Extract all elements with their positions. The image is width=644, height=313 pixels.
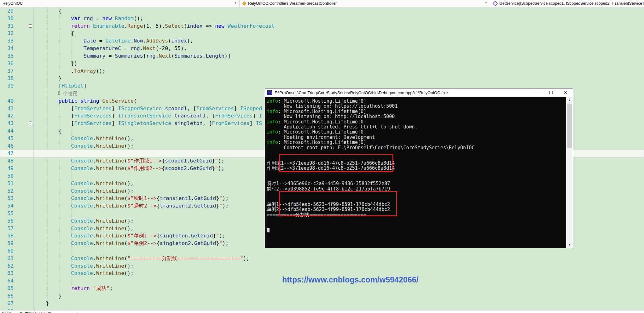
fold-gutter xyxy=(16,52,33,60)
code-line[interactable]: 61 Console.WriteLine("==========分割线=====… xyxy=(0,255,644,262)
line-number: 43 xyxy=(0,120,16,127)
code-line[interactable]: 65 return "成功"; xyxy=(0,285,644,292)
member-dropdown[interactable]: GetService(IScopedService scoped1, IScop… xyxy=(490,0,644,7)
code-line[interactable]: 32 { xyxy=(0,30,644,37)
chevron-down-icon[interactable]: ▾ xyxy=(235,1,236,4)
code-text: Console.WriteLine("==========分割线========… xyxy=(33,255,644,262)
console-title: F:\ProOnself\CoreTring\CoreStudySeries\R… xyxy=(275,90,529,95)
code-line[interactable]: 67 } xyxy=(0,300,644,307)
code-line[interactable]: 30 var rng = new Random(); xyxy=(0,15,644,22)
maximize-button[interactable]: ☐ xyxy=(544,88,558,97)
code-line[interactable]: 36 }) xyxy=(0,60,644,67)
fold-gutter xyxy=(16,90,33,97)
code-line[interactable]: 34 TemperatureC = rng.Next(-20, 55), xyxy=(0,45,644,52)
code-line[interactable]: 31− return Enumerable.Range(1, 5).Select… xyxy=(0,22,644,30)
fold-gutter xyxy=(16,97,33,105)
fold-toggle-icon[interactable]: − xyxy=(29,122,32,125)
code-text: .ToArray(); xyxy=(33,67,644,75)
fold-gutter xyxy=(16,225,33,232)
code-text: Summary = Summaries[rng.Next(Summaries.L… xyxy=(33,52,644,60)
fold-gutter xyxy=(16,300,33,307)
fold-gutter xyxy=(16,82,33,90)
fold-gutter xyxy=(16,172,33,180)
scrollbar-thumb[interactable] xyxy=(567,104,572,148)
line-number: 65 xyxy=(0,285,16,292)
console-line: Hosting environment: Development xyxy=(267,135,566,140)
member-dropdown-label: GetService(IScopedService scoped1, IScop… xyxy=(499,1,644,6)
blog-link[interactable]: https://www.cnblogs.com/w5942066/ xyxy=(282,275,419,284)
line-number: 53 xyxy=(0,195,16,202)
console-line xyxy=(267,176,566,181)
annotation-box-singleton xyxy=(279,191,397,216)
code-text: TemperatureC = rng.Next(-20, 55), xyxy=(33,45,644,52)
fold-gutter xyxy=(16,277,33,285)
fold-gutter xyxy=(16,285,33,292)
line-number: 31 xyxy=(0,22,16,30)
check-icon: ✓ xyxy=(75,311,78,313)
code-line[interactable]: 62 Console.WriteLine(); xyxy=(0,262,644,270)
console-scrollbar[interactable]: ▲ ▼ xyxy=(566,97,573,248)
fold-gutter xyxy=(16,60,33,67)
code-line[interactable]: 29 { xyxy=(0,7,644,15)
code-text: { xyxy=(33,30,644,37)
fold-gutter xyxy=(16,210,33,217)
code-text: return Enumerable.Range(1, 5).Select(ind… xyxy=(33,22,644,30)
console-line xyxy=(267,222,566,227)
line-number: 38 xyxy=(0,75,16,82)
code-text: } xyxy=(33,75,644,82)
fold-toggle-icon[interactable]: − xyxy=(29,24,32,28)
code-line[interactable]: 60 xyxy=(0,247,644,255)
fold-gutter: − xyxy=(16,120,33,127)
code-text: } xyxy=(33,292,644,300)
fold-gutter xyxy=(16,75,33,82)
line-number: 36 xyxy=(0,60,16,67)
project-dropdown-label: RelyOnIOC xyxy=(3,1,23,6)
fold-gutter xyxy=(16,150,33,157)
code-line[interactable]: 37 .ToArray(); xyxy=(0,67,644,75)
codelens-references[interactable]: 0 个引用 xyxy=(33,91,78,96)
type-dropdown[interactable]: RelyOnIOC.Controllers.WeatherForecastCon… xyxy=(240,0,490,7)
console-line: info: Microsoft.Hosting.Lifetime[0] xyxy=(267,140,566,145)
scroll-down-icon[interactable]: ▼ xyxy=(566,242,573,248)
line-number: 35 xyxy=(0,52,16,60)
line-number: 56 xyxy=(0,217,16,225)
status-strip: 100 % 未找到相关问题 ✓ xyxy=(0,310,644,313)
fold-gutter xyxy=(16,67,33,75)
console-line: info: Microsoft.Hosting.Lifetime[0] xyxy=(267,119,566,124)
line-number: 64 xyxy=(0,277,16,285)
line-number: 62 xyxy=(0,262,16,270)
vs-editor-screenshot: RelyOnIOC ▾ RelyOnIOC.Controllers.Weathe… xyxy=(0,0,644,313)
console-line: info: Microsoft.Hosting.Lifetime[0] xyxy=(267,109,566,114)
scroll-up-icon[interactable]: ▲ xyxy=(566,97,573,103)
console-title-bar[interactable]: C:\ F:\ProOnself\CoreTring\CoreStudySeri… xyxy=(265,88,573,97)
console-line xyxy=(267,217,566,222)
fold-gutter xyxy=(16,247,33,255)
fold-gutter xyxy=(16,292,33,300)
code-line[interactable]: 33 Date = DateTime.Now.AddDays(index), xyxy=(0,37,644,45)
fold-gutter xyxy=(16,255,33,262)
line-number: 66 xyxy=(0,292,16,300)
line-number: 49 xyxy=(0,165,16,172)
fold-gutter xyxy=(16,165,33,172)
code-line[interactable]: 66 } xyxy=(0,292,644,300)
line-number: 63 xyxy=(0,270,16,277)
code-line[interactable]: 35 Summary = Summaries[rng.Next(Summarie… xyxy=(0,52,644,60)
console-line: Now listening on: http://localhost:5000 xyxy=(267,114,566,119)
minimize-button[interactable]: — xyxy=(529,88,544,97)
navigation-bar: RelyOnIOC ▾ RelyOnIOC.Controllers.Weathe… xyxy=(0,0,644,7)
fold-gutter xyxy=(16,105,33,112)
fold-gutter: − xyxy=(16,22,33,30)
code-text: Console.WriteLine(); xyxy=(33,262,644,270)
code-line[interactable]: 38 } xyxy=(0,75,644,82)
zoom-level[interactable]: 100 % xyxy=(1,311,12,313)
fold-gutter xyxy=(16,37,33,45)
line-number: 60 xyxy=(0,247,16,255)
fold-gutter xyxy=(16,135,33,142)
code-text: Date = DateTime.Now.AddDays(index), xyxy=(33,37,644,45)
line-number: 30 xyxy=(0,15,16,22)
annotation-box-scoped xyxy=(279,154,393,172)
close-button[interactable]: ✕ xyxy=(558,88,573,97)
chevron-down-icon[interactable]: ▾ xyxy=(485,1,487,4)
console-line: info: Microsoft.Hosting.Lifetime[0] xyxy=(267,99,566,104)
project-dropdown[interactable]: RelyOnIOC ▾ xyxy=(0,0,240,7)
